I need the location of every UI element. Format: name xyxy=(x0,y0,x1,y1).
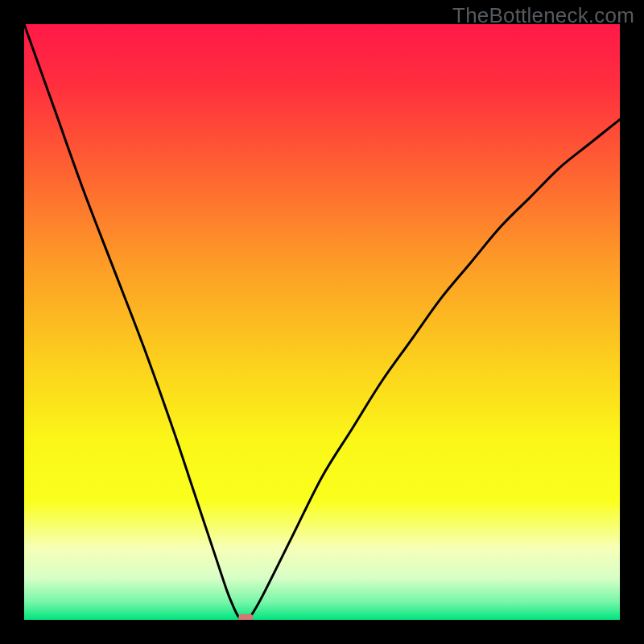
chart-frame: TheBottleneck.com xyxy=(0,0,644,644)
optimum-marker xyxy=(238,614,253,620)
plot-area xyxy=(24,24,620,620)
bottleneck-curve-chart xyxy=(24,24,620,620)
watermark-text: TheBottleneck.com xyxy=(452,3,634,28)
gradient-background xyxy=(24,24,620,620)
